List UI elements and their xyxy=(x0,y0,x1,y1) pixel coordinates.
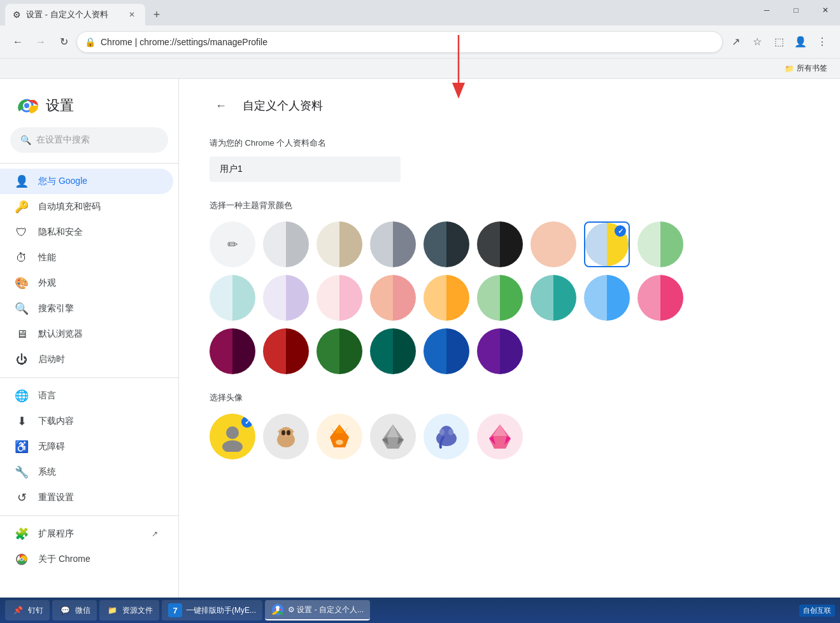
sidebar-item-performance[interactable]: ⏱ 性能 xyxy=(0,245,173,270)
maximize-button[interactable]: □ xyxy=(781,0,811,20)
settings-title: 设置 xyxy=(46,96,74,115)
helper-icon: 7 xyxy=(168,603,182,617)
reload-button[interactable]: ↻ xyxy=(53,32,74,52)
taskbar-pin[interactable]: 📌 钉钉 xyxy=(5,600,50,620)
sidebar-item-label: 隐私和安全 xyxy=(38,227,83,238)
sidebar-item-startup[interactable]: ⏻ 启动时 xyxy=(0,347,173,372)
chrome-settings-icon xyxy=(271,603,284,616)
window-controls: ─ □ ✕ xyxy=(752,0,840,20)
all-bookmarks[interactable]: 📁 所有书签 xyxy=(779,62,832,75)
color-swatch-dark[interactable] xyxy=(477,221,523,267)
color-swatch-peach[interactable] xyxy=(530,221,576,267)
sidebar-item-label: 语言 xyxy=(38,390,56,402)
main-area: 设置 🔍 在设置中搜索 👤 您与 Google 🔑 自动填充和密码 🛡 隐私和安… xyxy=(0,79,840,598)
avatar-person[interactable]: ✓ xyxy=(210,414,255,459)
avatar-fox[interactable] xyxy=(317,414,362,459)
avatar-elephant[interactable] xyxy=(424,414,469,459)
color-swatch-salmon[interactable] xyxy=(370,275,416,321)
tab-close-button[interactable]: ✕ xyxy=(126,9,138,20)
sidebar-item-about-chrome[interactable]: 关于 Chrome xyxy=(0,547,173,572)
sidebar-item-label: 无障碍 xyxy=(38,441,65,452)
taskbar-chrome-settings[interactable]: ⚙ 设置 - 自定义个人... xyxy=(265,600,370,620)
avatar-section: 选择头像 ✓ xyxy=(210,392,696,459)
sidebar-item-label: 下载内容 xyxy=(38,416,74,427)
taskbar-wechat[interactable]: 💬 微信 xyxy=(52,600,97,620)
color-swatch-beige[interactable] xyxy=(317,221,362,267)
color-swatch-maroon[interactable] xyxy=(210,328,255,374)
color-swatch-lavender[interactable] xyxy=(263,275,309,321)
search-engine-icon: 🔍 xyxy=(15,302,28,315)
menu-button[interactable]: ⋮ xyxy=(812,32,832,52)
svg-point-17 xyxy=(287,430,290,435)
wechat-icon: 💬 xyxy=(59,604,71,617)
custom-color-button[interactable]: ✏ xyxy=(210,221,255,267)
new-tab-button[interactable]: + xyxy=(148,6,166,24)
sidebar-item-reset[interactable]: ↺ 重置设置 xyxy=(0,485,173,510)
minimize-button[interactable]: ─ xyxy=(752,0,781,20)
extensions-button[interactable]: ⬚ xyxy=(769,32,789,52)
sidebar-item-system[interactable]: 🔧 系统 xyxy=(0,459,173,485)
address-bar[interactable]: 🔒 Chrome | chrome://settings/manageProfi… xyxy=(76,31,723,53)
origami-grey-avatar-icon xyxy=(376,419,410,454)
profile-name-input[interactable] xyxy=(210,157,401,182)
taskbar-files[interactable]: 📁 资源文件 xyxy=(99,600,159,620)
title-bar: ⚙ 设置 - 自定义个人资料 ✕ + ─ □ ✕ xyxy=(0,0,840,25)
name-section-label: 请为您的 Chrome 个人资料命名 xyxy=(210,137,696,149)
color-swatch-pink-light[interactable] xyxy=(317,275,362,321)
sidebar-item-appearance[interactable]: 🎨 外观 xyxy=(0,270,173,296)
color-swatch-purple-dark[interactable] xyxy=(477,328,523,374)
sidebar-item-downloads[interactable]: ⬇ 下载内容 xyxy=(0,409,173,434)
color-swatch-grey-light[interactable] xyxy=(263,221,309,267)
color-swatch-dark-green[interactable] xyxy=(317,328,362,374)
back-button[interactable]: ← xyxy=(8,32,28,52)
sidebar-item-you-google[interactable]: 👤 您与 Google xyxy=(0,169,173,194)
sidebar-item-language[interactable]: 🌐 语言 xyxy=(0,383,173,409)
svg-point-10 xyxy=(226,426,239,439)
color-swatch-orange[interactable] xyxy=(424,275,469,321)
color-swatch-grey-medium[interactable] xyxy=(370,221,416,267)
pin-icon: 📌 xyxy=(11,604,24,617)
color-swatch-dark-blue-grey[interactable] xyxy=(424,221,469,267)
security-icon: 🔒 xyxy=(85,37,96,47)
sidebar-item-autofill[interactable]: 🔑 自动填充和密码 xyxy=(0,194,173,220)
taskbar-helper[interactable]: 7 一键排版助手(MyE... xyxy=(162,600,262,620)
origami-pink-avatar-icon xyxy=(483,419,517,454)
color-swatch-blue-mid[interactable] xyxy=(584,275,630,321)
avatar-origami-pink[interactable] xyxy=(477,414,523,459)
forward-button[interactable]: → xyxy=(31,32,51,52)
taskbar-right: 自创互联 xyxy=(799,605,835,617)
color-swatch-green-light[interactable] xyxy=(637,221,683,267)
color-swatch-dark-teal[interactable] xyxy=(370,328,416,374)
content-area: ← 自定义个人资料 请为您的 Chrome 个人资料命名 选择一种主题背景颜色 … xyxy=(178,79,840,598)
bookmark-button[interactable]: ☆ xyxy=(747,32,767,52)
sidebar-item-search[interactable]: 🔍 搜索引擎 xyxy=(0,296,173,321)
name-section: 请为您的 Chrome 个人资料命名 xyxy=(210,137,696,182)
avatar-cat[interactable] xyxy=(263,414,309,459)
color-swatch-teal-mid[interactable] xyxy=(530,275,576,321)
sidebar-item-accessibility[interactable]: ♿ 无障碍 xyxy=(0,434,173,459)
sidebar-item-default-browser[interactable]: 🖥 默认浏览器 xyxy=(0,321,173,347)
search-icon: 🔍 xyxy=(20,135,31,145)
content-back-button[interactable]: ← xyxy=(210,94,232,117)
sidebar-item-extensions[interactable]: 🧩 扩展程序 ↗ xyxy=(0,521,173,547)
color-swatch-green-mid[interactable] xyxy=(477,275,523,321)
share-button[interactable]: ↗ xyxy=(725,32,746,52)
settings-search[interactable]: 🔍 在设置中搜索 xyxy=(10,127,168,153)
sidebar-item-privacy[interactable]: 🛡 隐私和安全 xyxy=(0,220,173,245)
avatar-origami-grey[interactable] xyxy=(370,414,416,459)
color-swatch-cyan-light[interactable] xyxy=(210,275,255,321)
taskbar-files-label: 资源文件 xyxy=(122,605,153,616)
reset-icon: ↺ xyxy=(15,491,28,504)
about-chrome-icon xyxy=(15,553,28,566)
color-swatch-dark-navy[interactable] xyxy=(424,328,469,374)
sidebar-item-label: 扩展程序 xyxy=(38,528,74,540)
taskbar-helper-label: 一键排版助手(MyE... xyxy=(186,605,256,616)
color-swatch-crimson[interactable] xyxy=(263,328,309,374)
profile-button[interactable]: 👤 xyxy=(790,32,811,52)
color-swatch-yellow-selected[interactable]: ✓ xyxy=(584,221,630,267)
sidebar-item-label: 启动时 xyxy=(38,354,65,365)
color-swatch-pink-mid[interactable] xyxy=(637,275,683,321)
chrome-logo xyxy=(15,94,38,117)
active-tab[interactable]: ⚙ 设置 - 自定义个人资料 ✕ xyxy=(5,4,145,25)
close-button[interactable]: ✕ xyxy=(811,0,840,20)
